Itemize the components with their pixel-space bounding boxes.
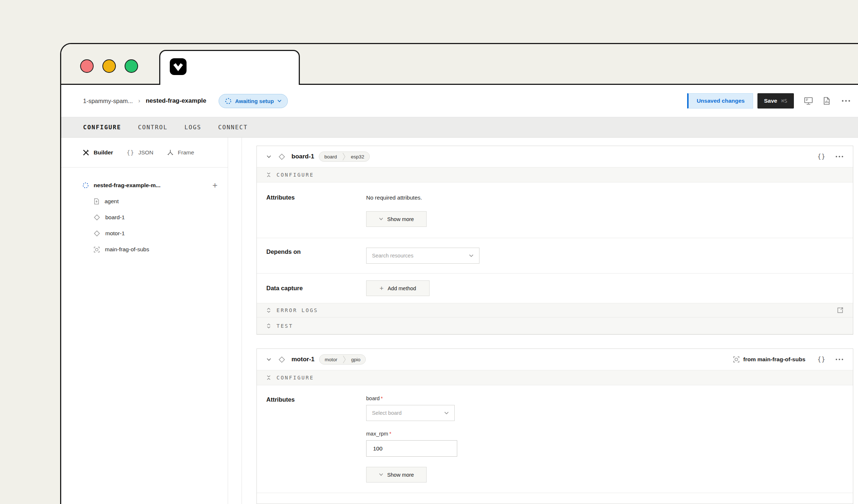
machine-status-badge[interactable]: Awaiting setup [219,94,287,108]
chevron-down-icon [277,99,282,103]
fragment-source-indicator: from main-frag-of-subs [733,356,806,363]
component-diamond-icon [278,356,285,363]
tree-item-label: agent [105,198,119,205]
status-badge-label: Awaiting setup [235,98,274,104]
logs-file-icon[interactable] [823,97,831,105]
tab-connect[interactable]: CONNECT [218,124,248,131]
component-type: board [319,154,342,160]
field-board: board* Select board [366,395,843,421]
close-window-button[interactable] [80,59,94,73]
browser-chrome [61,44,858,85]
chevron-down-icon [444,412,449,415]
add-method-label: Add method [388,286,416,291]
required-asterisk: * [381,395,383,401]
browser-tab[interactable] [159,50,300,85]
tree-root-machine[interactable]: nested-frag-example-m... + [82,177,218,193]
machine-spinner-icon [82,182,89,189]
machine-nav-bar: CONFIGURE CONTROL LOGS CONNECT [61,117,858,138]
machine-terminal-icon[interactable] [804,96,813,106]
component-diamond-icon [94,230,100,237]
status-spinner-icon [225,98,232,105]
test-label: TEST [277,323,293,329]
component-type-pill: board esp32 [319,151,369,162]
board-select[interactable]: Select board [366,405,455,421]
depends-on-select[interactable]: Search resources [366,248,479,264]
attributes-section: Attributes No required attributes. Show … [257,182,853,238]
fragment-icon [94,247,100,253]
more-options-icon[interactable] [842,100,850,102]
sidebar-mode-tabs: Builder {} JSON Frame [61,138,228,168]
component-model: esp32 [346,154,369,160]
pill-divider-icon [342,151,346,162]
breadcrumb-parent[interactable]: 1-spammy-spam... [83,98,133,105]
tab-control[interactable]: CONTROL [138,124,168,131]
collapse-card-chevron-icon[interactable] [266,358,271,361]
chevron-down-icon [469,254,474,257]
error-logs-section-bar[interactable]: ERROR LOGS [257,303,853,318]
zoom-window-button[interactable] [125,59,138,73]
card-header-actions: from main-frag-of-subs {} [733,356,843,363]
component-type-pill: motor gpio [319,354,366,365]
mode-builder[interactable]: Builder [82,149,113,156]
board-select-placeholder: Select board [372,410,401,416]
attributes-section: Attributes board* Select board [257,385,853,493]
braces-icon: {} [126,149,134,156]
field-label: max_rpm* [366,431,843,437]
edit-json-icon[interactable]: {} [818,153,826,160]
data-capture-label: Data capture [266,285,366,292]
max-rpm-input[interactable] [366,440,457,457]
show-more-button[interactable]: Show more [366,211,427,227]
tree-item-label: motor-1 [105,230,125,237]
sidebar: Builder {} JSON Frame nested-frag-exampl… [61,138,228,504]
required-asterisk: * [389,431,391,437]
save-button[interactable]: Save ⌘S [757,93,794,109]
show-more-label: Show more [387,216,414,222]
tree-item-agent[interactable]: agent [94,193,218,209]
more-options-icon[interactable] [835,155,843,158]
test-section-bar[interactable]: TEST [257,318,853,334]
component-name: board-1 [291,153,314,160]
expand-vertical-icon [266,323,271,328]
pill-divider-icon [342,354,346,365]
edit-json-icon[interactable]: {} [818,356,826,363]
mode-builder-label: Builder [94,149,113,156]
mode-frame[interactable]: Frame [167,149,194,156]
configure-section-label: CONFIGURE [277,375,314,381]
card-header: motor-1 motor gpio from main-frag-of-sub… [257,349,853,370]
collapse-card-chevron-icon[interactable] [266,155,271,158]
mode-frame-label: Frame [178,149,194,156]
breadcrumb-separator-icon: › [138,98,140,104]
minimize-window-button[interactable] [102,59,116,73]
configure-section-bar[interactable]: CONFIGURE [257,167,853,182]
component-diamond-icon [94,214,100,221]
error-logs-label: ERROR LOGS [277,307,318,313]
main-content: board-1 board esp32 {} [242,138,858,504]
tree-item-motor-1[interactable]: motor-1 [94,225,218,241]
frame-axes-icon [167,149,174,156]
configure-section-bar[interactable]: CONFIGURE [257,370,853,385]
add-resource-button[interactable]: + [212,181,218,190]
tab-logs[interactable]: LOGS [184,124,201,131]
attributes-label: Attributes [266,193,366,227]
tools-icon [82,149,90,156]
add-method-button[interactable]: + Add method [366,280,430,296]
mode-json[interactable]: {} JSON [126,149,153,156]
show-more-button[interactable]: Show more [366,467,427,483]
tab-configure[interactable]: CONFIGURE [83,124,121,131]
depends-on-label: Depends on [266,248,366,264]
fragment-icon [733,356,740,363]
chevron-down-icon [379,473,383,476]
expand-vertical-icon [266,308,271,313]
tree-item-main-frag-of-subs[interactable]: main-frag-of-subs [94,241,218,257]
component-name: motor-1 [291,356,314,363]
page-header: 1-spammy-spam... › nested-frag-example A… [61,85,858,117]
tree-item-board-1[interactable]: board-1 [94,209,218,225]
open-logs-external-icon[interactable] [837,307,843,314]
configure-section-label: CONFIGURE [277,172,314,178]
more-options-icon[interactable] [835,358,843,361]
attributes-label: Attributes [266,395,366,483]
page-background: 1-spammy-spam... › nested-frag-example A… [0,0,858,504]
component-diamond-icon [278,153,285,160]
chevron-down-icon [379,217,383,221]
window-controls [80,59,138,73]
